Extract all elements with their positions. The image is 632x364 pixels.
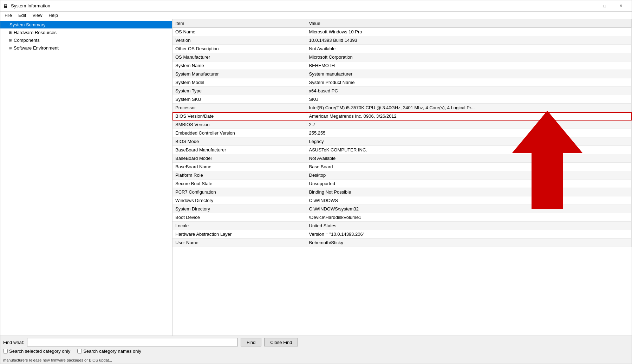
sidebar-item-hardware-resources[interactable]: ⊞ Hardware Resources: [0, 28, 172, 36]
table-row: System ManufacturerSystem manufacturer: [172, 70, 632, 78]
table-cell-item: OS Name: [172, 28, 306, 36]
table-cell-value: \Device\HarddiskVolume1: [306, 213, 632, 222]
table-row: LocaleUnited States: [172, 222, 632, 230]
table-row: ProcessorIntel(R) Core(TM) i5-3570K CPU …: [172, 104, 632, 112]
table-cell-value: System manufacturer: [306, 70, 632, 78]
checkbox-selected-category[interactable]: Search selected category only: [3, 349, 70, 354]
menu-help[interactable]: Help: [46, 12, 61, 19]
table-row: BaseBoard NameBase Board: [172, 163, 632, 171]
find-row: Find what: Find Close Find: [3, 338, 629, 346]
table-cell-item: BaseBoard Name: [172, 163, 306, 171]
sidebar-label-components: Components: [14, 38, 40, 43]
table-cell-value: C:\WINDOWS: [306, 196, 632, 205]
table-cell-value: Microsoft Corporation: [306, 53, 632, 61]
checkbox-category-names[interactable]: Search category names only: [77, 349, 141, 354]
table-row: Embedded Controller Version255.255: [172, 129, 632, 137]
menu-file[interactable]: File: [2, 12, 15, 19]
table-row: OS NameMicrosoft Windows 10 Pro: [172, 28, 632, 36]
data-table-scroll[interactable]: Item Value OS NameMicrosoft Windows 10 P…: [172, 19, 632, 336]
table-row: System ModelSystem Product Name: [172, 78, 632, 87]
table-cell-item: Processor: [172, 104, 306, 112]
title-bar: 🖥 System Information ─ □ ✕: [0, 0, 632, 12]
expand-icon-software: ⊞: [7, 45, 13, 51]
table-cell-item: SMBIOS Version: [172, 121, 306, 129]
table-row: Version10.0.14393 Build 14393: [172, 36, 632, 45]
table-cell-value: American Megatrends Inc. 0906, 3/26/2012: [306, 112, 632, 121]
table-row: System Typex64-based PC: [172, 87, 632, 95]
table-row: Other OS DescriptionNot Available: [172, 45, 632, 53]
sidebar-item-system-summary[interactable]: System Summary: [0, 21, 172, 28]
table-cell-item: Embedded Controller Version: [172, 129, 306, 137]
table-cell-value: United States: [306, 222, 632, 230]
checkbox-category-names-label: Search category names only: [83, 349, 141, 354]
table-cell-item: System SKU: [172, 95, 306, 104]
table-row: Platform RoleDesktop: [172, 171, 632, 180]
checkbox-selected-category-input[interactable]: [3, 349, 8, 353]
minimize-button[interactable]: ─: [580, 0, 597, 12]
table-row: Hardware Abstraction LayerVersion = "10.…: [172, 230, 632, 239]
checkbox-row: Search selected category only Search cat…: [3, 349, 629, 354]
main-window: 🖥 System Information ─ □ ✕ File Edit Vie…: [0, 0, 632, 364]
table-cell-value: 255.255: [306, 129, 632, 137]
table-cell-value: Not Available: [306, 154, 632, 163]
menu-bar: File Edit View Help: [0, 12, 632, 19]
table-cell-item: Platform Role: [172, 171, 306, 180]
table-row: OS ManufacturerMicrosoft Corporation: [172, 53, 632, 61]
table-cell-value: BEHEMOTH: [306, 61, 632, 70]
col-header-value: Value: [306, 19, 632, 28]
window-controls: ─ □ ✕: [580, 0, 629, 12]
app-icon: 🖥: [3, 3, 9, 9]
table-row: BaseBoard ModelNot Available: [172, 154, 632, 163]
sidebar-label-software-environment: Software Environment: [14, 45, 59, 51]
maximize-button[interactable]: □: [597, 0, 613, 12]
checkbox-selected-category-label: Search selected category only: [9, 349, 70, 354]
find-button[interactable]: Find: [241, 338, 261, 346]
table-row: BIOS Version/DateAmerican Megatrends Inc…: [172, 112, 632, 121]
table-cell-value: Microsoft Windows 10 Pro: [306, 28, 632, 36]
table-row: Secure Boot StateUnsupported: [172, 180, 632, 188]
table-row: PCR7 ConfigurationBinding Not Possible: [172, 188, 632, 196]
close-find-button[interactable]: Close Find: [264, 338, 298, 346]
col-header-item: Item: [172, 19, 306, 28]
table-cell-item: Boot Device: [172, 213, 306, 222]
table-cell-item: System Manufacturer: [172, 70, 306, 78]
close-button[interactable]: ✕: [613, 0, 629, 12]
table-cell-item: System Model: [172, 78, 306, 87]
table-cell-value: C:\WINDOWS\system32: [306, 205, 632, 213]
main-area: System Summary ⊞ Hardware Resources ⊞ Co…: [0, 19, 632, 336]
table-cell-item: BaseBoard Model: [172, 154, 306, 163]
table-cell-item: PCR7 Configuration: [172, 188, 306, 196]
status-bar: manufacturers release new firmware packa…: [0, 356, 632, 364]
expand-icon-summary: [3, 22, 9, 27]
menu-edit[interactable]: Edit: [15, 12, 29, 19]
table-cell-value: ASUSTeK COMPUTER INC.: [306, 146, 632, 154]
table-cell-value: Intel(R) Core(TM) i5-3570K CPU @ 3.40GHz…: [306, 104, 632, 112]
sidebar-item-components[interactable]: ⊞ Components: [0, 36, 172, 44]
sidebar: System Summary ⊞ Hardware Resources ⊞ Co…: [0, 19, 172, 336]
table-row: Boot Device\Device\HarddiskVolume1: [172, 213, 632, 222]
table-cell-item: User Name: [172, 239, 306, 247]
content-area: Item Value OS NameMicrosoft Windows 10 P…: [172, 19, 632, 336]
title-bar-left: 🖥 System Information: [3, 3, 50, 9]
table-cell-value: Version = "10.0.14393.206": [306, 230, 632, 239]
sidebar-item-software-environment[interactable]: ⊞ Software Environment: [0, 44, 172, 52]
table-cell-value: Behemoth\Sticky: [306, 239, 632, 247]
table-cell-item: System Directory: [172, 205, 306, 213]
table-cell-value: Base Board: [306, 163, 632, 171]
table-cell-item: Version: [172, 36, 306, 45]
expand-icon-components: ⊞: [7, 37, 13, 43]
table-cell-value: Legacy: [306, 137, 632, 146]
table-cell-value: Binding Not Possible: [306, 188, 632, 196]
checkbox-category-names-input[interactable]: [77, 349, 82, 353]
table-row: BIOS ModeLegacy: [172, 137, 632, 146]
data-table: Item Value OS NameMicrosoft Windows 10 P…: [172, 19, 632, 247]
table-cell-item: System Type: [172, 87, 306, 95]
menu-view[interactable]: View: [30, 12, 45, 19]
find-input[interactable]: [27, 338, 238, 346]
table-cell-item: BIOS Version/Date: [172, 112, 306, 121]
table-cell-value: Unsupported: [306, 180, 632, 188]
table-cell-value: Not Available: [306, 45, 632, 53]
table-row: SMBIOS Version2.7: [172, 121, 632, 129]
table-cell-item: Hardware Abstraction Layer: [172, 230, 306, 239]
table-row: System DirectoryC:\WINDOWS\system32: [172, 205, 632, 213]
